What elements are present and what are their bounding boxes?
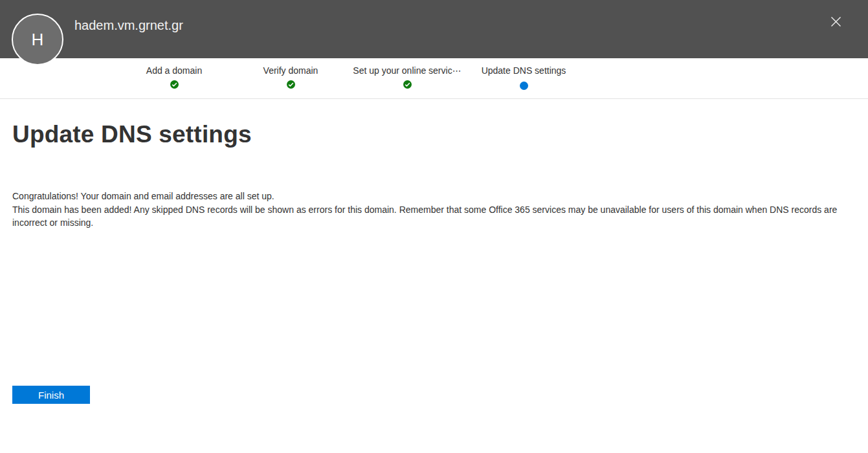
step-label: Verify domain — [232, 65, 349, 76]
body-text: Congratulations! Your domain and email a… — [12, 190, 847, 230]
step-label: Set up your online servic⋯ — [349, 65, 465, 76]
avatar: H — [12, 14, 63, 65]
step-current-icon — [520, 82, 528, 90]
close-icon — [830, 16, 841, 29]
step-set-up-online-services: Set up your online servic⋯ — [349, 65, 465, 98]
divider — [0, 98, 868, 99]
step-complete-icon — [403, 80, 412, 91]
step-label: Update DNS settings — [465, 65, 582, 76]
step-update-dns-settings: Update DNS settings — [465, 65, 582, 98]
header-bar: H hadem.vm.grnet.gr — [0, 0, 868, 58]
step-verify-domain: Verify domain — [232, 65, 349, 98]
close-button[interactable] — [826, 13, 845, 32]
step-label: Add a domain — [116, 65, 232, 76]
step-complete-icon — [170, 80, 179, 91]
avatar-initial: H — [32, 30, 44, 50]
intro-text: Congratulations! Your domain and email a… — [12, 190, 847, 203]
domain-title: hadem.vm.grnet.gr — [74, 17, 183, 33]
wizard-steps: Add a domain Verify domain Set up your o… — [0, 58, 868, 98]
step-complete-icon — [287, 80, 295, 91]
finish-button[interactable]: Finish — [12, 386, 90, 404]
page-title: Update DNS settings — [12, 120, 855, 149]
step-add-a-domain: Add a domain — [116, 65, 232, 98]
description-text: This domain has been added! Any skipped … — [12, 203, 847, 230]
main-content: Update DNS settings Congratulations! You… — [0, 120, 868, 230]
